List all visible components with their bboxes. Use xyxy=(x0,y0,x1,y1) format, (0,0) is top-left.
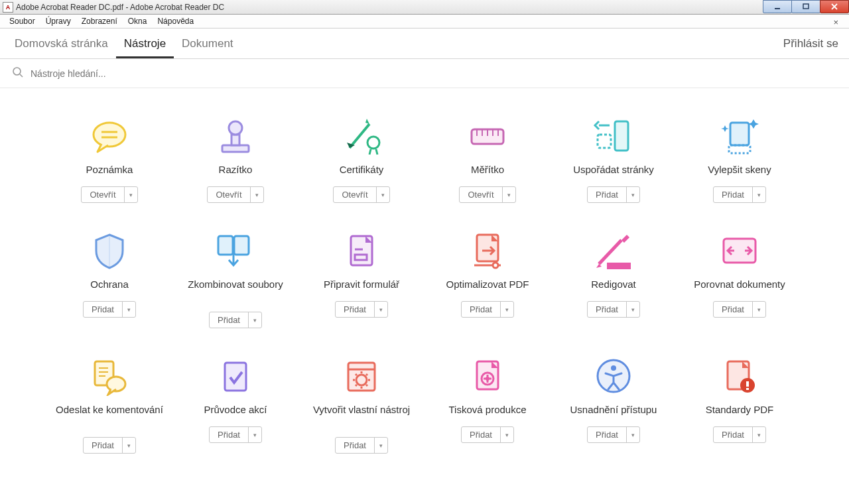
menu-edit[interactable]: Úpravy xyxy=(40,15,76,27)
tool-label: Optimalizovat PDF xyxy=(446,279,529,293)
tool-action-button[interactable]: Přidat xyxy=(209,426,262,443)
tool-action-button[interactable]: Otevřít xyxy=(81,186,137,203)
tool-action-button[interactable]: Přidat xyxy=(587,426,640,443)
chevron-down-icon[interactable] xyxy=(374,438,387,453)
tool-organize[interactable]: Uspořádat stránkyPřidat xyxy=(551,115,677,203)
tool-send[interactable]: Odeslat ke komentováníPřidat xyxy=(46,355,172,454)
tool-cert[interactable]: CertifikátyOtevřít xyxy=(298,115,424,203)
cert-icon xyxy=(335,115,388,157)
tool-action-button[interactable]: Otevřít xyxy=(459,186,515,203)
compare-icon xyxy=(713,229,766,272)
tool-action-button[interactable]: Přidat xyxy=(713,186,766,203)
tool-label: Průvodce akcí xyxy=(204,404,267,418)
chevron-down-icon[interactable] xyxy=(374,302,387,317)
menu-view[interactable]: Zobrazení xyxy=(76,15,123,27)
window-title: Adobe Acrobat Reader DC.pdf - Adobe Acro… xyxy=(16,3,224,12)
svg-point-4 xyxy=(13,68,21,75)
tool-combine[interactable]: Zkombinovat souboryPřidat xyxy=(172,229,298,328)
redact-icon xyxy=(587,229,640,272)
tool-custom[interactable]: Vytvořit vlastní nástrojPřidat xyxy=(298,355,424,454)
tool-optimize[interactable]: Optimalizovat PDFPřidat xyxy=(424,229,551,328)
tool-label: Vytvořit vlastní nástroj xyxy=(313,404,410,429)
tool-label: Redigovat xyxy=(591,279,636,293)
menu-window[interactable]: Okna xyxy=(123,15,153,27)
tab-document[interactable]: Dokument xyxy=(174,29,241,58)
tool-redact[interactable]: RedigovatPřidat xyxy=(551,229,677,328)
tool-measure[interactable]: MěřítkoOtevřít xyxy=(424,115,551,203)
tool-label: Razítko xyxy=(219,164,253,178)
tool-access[interactable]: Usnadnění přístupuPřidat xyxy=(551,355,677,454)
chevron-down-icon[interactable] xyxy=(502,187,515,202)
tool-label: Poznámka xyxy=(86,164,133,178)
organize-icon xyxy=(587,115,640,157)
chevron-down-icon[interactable] xyxy=(500,302,513,317)
tool-print[interactable]: Tisková produkcePřidat xyxy=(424,355,551,454)
tool-action-button[interactable]: Přidat xyxy=(713,426,766,443)
enhance-icon xyxy=(713,115,766,157)
menu-help[interactable]: Nápověda xyxy=(152,15,199,27)
window-minimize-button[interactable] xyxy=(763,0,792,13)
app-icon: A xyxy=(3,2,13,13)
tool-action-button[interactable]: Přidat xyxy=(335,437,388,454)
tool-action-button[interactable]: Přidat xyxy=(335,301,388,318)
tools-search-input[interactable] xyxy=(31,68,296,79)
tool-action-button[interactable]: Přidat xyxy=(461,426,514,443)
tool-standards[interactable]: Standardy PDFPřidat xyxy=(677,355,803,454)
tool-label: Vylepšit skeny xyxy=(708,164,771,178)
tool-wizard[interactable]: Průvodce akcíPřidat xyxy=(172,355,298,454)
tool-action-button[interactable]: Přidat xyxy=(713,301,766,318)
svg-rect-1 xyxy=(803,4,809,9)
chevron-down-icon[interactable] xyxy=(626,187,639,202)
chevron-down-icon[interactable] xyxy=(248,312,261,328)
tool-action-button[interactable]: Přidat xyxy=(461,301,514,318)
chevron-down-icon[interactable] xyxy=(752,302,765,317)
menu-bar: Soubor Úpravy Zobrazení Okna Nápověda × xyxy=(0,15,849,29)
tool-comment[interactable]: PoznámkaOtevřít xyxy=(46,115,172,203)
chevron-down-icon[interactable] xyxy=(500,427,513,442)
window-close-button[interactable] xyxy=(820,0,849,13)
tool-action-button[interactable]: Přidat xyxy=(83,301,136,318)
window-maximize-button[interactable] xyxy=(791,0,820,13)
chevron-down-icon[interactable] xyxy=(626,302,639,317)
search-icon xyxy=(12,66,24,81)
tool-enhance[interactable]: Vylepšit skenyPřidat xyxy=(677,115,803,203)
protect-icon xyxy=(83,229,136,272)
chevron-down-icon[interactable] xyxy=(122,438,135,453)
tool-action-button[interactable]: Přidat xyxy=(83,437,136,454)
menu-file[interactable]: Soubor xyxy=(4,15,40,27)
tool-label: Odeslat ke komentování xyxy=(56,404,163,429)
tool-protect[interactable]: OchranaPřidat xyxy=(46,229,172,328)
tool-stamp[interactable]: RazítkoOtevřít xyxy=(172,115,298,203)
tool-label: Ochrana xyxy=(90,279,129,293)
chevron-down-icon[interactable] xyxy=(122,302,135,317)
chevron-down-icon[interactable] xyxy=(626,427,639,442)
tool-action-button[interactable]: Otevřít xyxy=(333,186,389,203)
stamp-icon xyxy=(209,115,262,157)
tool-label: Standardy PDF xyxy=(706,404,774,418)
standards-icon xyxy=(713,355,766,397)
chevron-down-icon[interactable] xyxy=(124,187,137,202)
tool-action-button[interactable]: Přidat xyxy=(587,186,640,203)
tools-search-bar xyxy=(0,59,849,88)
chevron-down-icon[interactable] xyxy=(752,427,765,442)
combine-icon xyxy=(209,229,262,272)
print-icon xyxy=(461,355,514,397)
tool-label: Tisková produkce xyxy=(449,404,527,418)
tab-home[interactable]: Domovská stránka xyxy=(7,29,116,58)
tool-action-button[interactable]: Přidat xyxy=(587,301,640,318)
tool-action-button[interactable]: Otevřít xyxy=(207,186,263,203)
tool-action-button[interactable]: Přidat xyxy=(209,312,262,328)
chevron-down-icon[interactable] xyxy=(248,427,261,442)
tab-tools[interactable]: Nástroje xyxy=(116,29,174,58)
tool-label: Uspořádat stránky xyxy=(573,164,654,178)
svg-line-5 xyxy=(20,74,23,77)
sign-in-link[interactable]: Přihlásit se xyxy=(783,37,842,50)
window-titlebar: A Adobe Acrobat Reader DC.pdf - Adobe Ac… xyxy=(0,0,849,15)
tools-scroll-area[interactable]: PoznámkaOtevřítRazítkoOtevřítCertifikáty… xyxy=(0,88,849,504)
chevron-down-icon[interactable] xyxy=(752,187,765,202)
tool-prepare[interactable]: Připravit formulářPřidat xyxy=(298,229,424,328)
document-close-icon[interactable]: × xyxy=(828,16,844,29)
chevron-down-icon[interactable] xyxy=(376,187,389,202)
chevron-down-icon[interactable] xyxy=(250,187,263,202)
tool-compare[interactable]: Porovnat dokumentyPřidat xyxy=(677,229,803,328)
